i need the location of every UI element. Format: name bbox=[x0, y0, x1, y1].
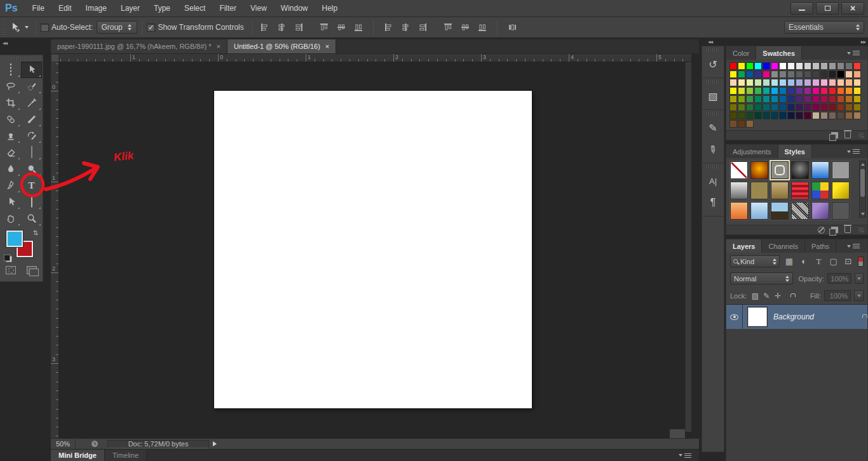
workspace-switcher[interactable]: Essentials bbox=[784, 21, 864, 34]
color-swatch[interactable] bbox=[845, 79, 853, 86]
menu-item-view[interactable]: View bbox=[243, 0, 274, 17]
color-swatch[interactable] bbox=[812, 95, 820, 103]
color-swatch[interactable] bbox=[787, 79, 795, 86]
quick-selection-tool[interactable] bbox=[21, 78, 42, 95]
color-swatch[interactable] bbox=[729, 79, 737, 86]
style-yellow-3d[interactable] bbox=[832, 182, 850, 199]
color-swatch[interactable] bbox=[771, 95, 778, 103]
color-swatch[interactable] bbox=[729, 112, 737, 119]
screen-mode-button[interactable] bbox=[27, 266, 37, 274]
color-swatch[interactable] bbox=[812, 112, 820, 119]
visibility-cell[interactable] bbox=[726, 305, 743, 329]
color-swatch[interactable] bbox=[787, 70, 795, 78]
color-swatch[interactable] bbox=[779, 104, 787, 111]
menu-item-help[interactable]: Help bbox=[315, 0, 345, 17]
color-swatch[interactable] bbox=[754, 87, 762, 95]
document-tab-1[interactable]: paper-1990111.jpg @ 16,7% (hAkeem, RGB/8… bbox=[51, 39, 227, 53]
mini-bridge-status-icon[interactable] bbox=[91, 440, 98, 448]
color-swatch[interactable] bbox=[812, 87, 820, 95]
color-swatch[interactable] bbox=[820, 95, 828, 103]
options-grip[interactable] bbox=[1, 19, 6, 36]
gradient-tool[interactable] bbox=[21, 144, 42, 161]
close-button[interactable]: × bbox=[841, 3, 864, 15]
color-swatch[interactable] bbox=[804, 104, 811, 111]
zoom-tool[interactable] bbox=[21, 210, 42, 227]
path-selection-tool[interactable] bbox=[0, 194, 21, 210]
tool-preset-dropdown-icon[interactable] bbox=[25, 26, 29, 29]
resize-grip-icon[interactable] bbox=[858, 133, 864, 138]
color-swatch[interactable] bbox=[829, 87, 836, 95]
color-swatch[interactable] bbox=[820, 87, 828, 95]
smart-object-filter-button[interactable]: ⊡ bbox=[842, 255, 855, 267]
color-swatch[interactable] bbox=[746, 95, 754, 103]
color-swatch[interactable] bbox=[853, 79, 861, 86]
color-swatch[interactable] bbox=[796, 112, 803, 119]
menu-item-file[interactable]: File bbox=[25, 0, 51, 17]
menu-item-edit[interactable]: Edit bbox=[51, 0, 79, 17]
bottom-tab-timeline[interactable]: Timeline bbox=[105, 450, 147, 461]
history-panel-button[interactable]: ↺ bbox=[702, 53, 724, 75]
collapse-left-dock-icon[interactable]: ◀◀ bbox=[3, 41, 7, 45]
color-swatch[interactable] bbox=[796, 79, 803, 86]
color-swatch[interactable] bbox=[779, 70, 787, 78]
color-swatch[interactable] bbox=[812, 62, 820, 70]
color-swatch[interactable] bbox=[738, 120, 745, 128]
layer-thumbnail[interactable] bbox=[748, 307, 767, 326]
color-swatch[interactable] bbox=[820, 104, 828, 111]
collapse-panels-icon[interactable]: ▶▶ bbox=[861, 39, 865, 44]
show-transform-checkbox[interactable]: ✓ bbox=[147, 23, 155, 32]
color-swatch[interactable] bbox=[763, 95, 770, 103]
resize-grip-icon[interactable] bbox=[858, 227, 864, 232]
color-swatch[interactable] bbox=[804, 87, 811, 95]
color-swatch[interactable] bbox=[853, 104, 861, 111]
quick-mask-button[interactable] bbox=[6, 266, 16, 274]
color-swatch[interactable] bbox=[804, 95, 811, 103]
color-swatch[interactable] bbox=[804, 62, 811, 70]
auto-select-checkbox[interactable] bbox=[41, 23, 49, 32]
color-swatch[interactable] bbox=[746, 87, 754, 95]
tab-layers[interactable]: Layers bbox=[726, 239, 762, 253]
menu-item-filter[interactable]: Filter bbox=[212, 0, 243, 17]
color-swatch[interactable] bbox=[845, 70, 853, 78]
style-landscape[interactable] bbox=[771, 202, 789, 220]
tab-adjustments[interactable]: Adjustments bbox=[726, 145, 778, 158]
color-swatch[interactable] bbox=[820, 112, 828, 119]
color-swatch[interactable] bbox=[779, 62, 787, 70]
swatches-panel-menu-icon[interactable] bbox=[847, 51, 860, 55]
color-swatch[interactable] bbox=[820, 70, 828, 78]
color-swatch[interactable] bbox=[746, 62, 754, 70]
color-swatch[interactable] bbox=[738, 62, 745, 70]
color-swatch[interactable] bbox=[829, 112, 836, 119]
color-swatch[interactable] bbox=[738, 95, 745, 103]
3d-panel-button[interactable]: ▧ bbox=[702, 85, 724, 107]
color-swatch[interactable] bbox=[754, 62, 762, 70]
fill-dropdown-icon[interactable] bbox=[854, 290, 864, 301]
color-swatch[interactable] bbox=[771, 104, 778, 111]
color-swatch[interactable] bbox=[812, 79, 820, 86]
pixel-filter-button[interactable]: ▦ bbox=[783, 255, 796, 267]
style-metal[interactable] bbox=[730, 182, 748, 199]
type-filter-button[interactable]: T bbox=[812, 255, 825, 267]
ruler-origin-corner[interactable] bbox=[51, 54, 59, 62]
bottom-tab-mini-bridge[interactable]: Mini Bridge bbox=[51, 450, 105, 461]
color-swatch[interactable] bbox=[754, 112, 762, 119]
color-swatch[interactable] bbox=[853, 87, 861, 95]
dodge-tool[interactable] bbox=[21, 161, 42, 177]
color-swatch[interactable] bbox=[804, 112, 811, 119]
color-swatch[interactable] bbox=[837, 62, 844, 70]
color-swatch[interactable] bbox=[845, 95, 853, 103]
color-swatch[interactable] bbox=[754, 70, 762, 78]
align-horizontal-centers-button[interactable] bbox=[334, 21, 348, 34]
distribute-right-edges-button[interactable] bbox=[475, 21, 489, 34]
color-swatch[interactable] bbox=[837, 70, 844, 78]
align-vertical-centers-button[interactable] bbox=[275, 21, 288, 34]
color-swatch[interactable] bbox=[820, 62, 828, 70]
color-swatch[interactable] bbox=[845, 62, 853, 70]
color-swatch[interactable] bbox=[853, 70, 861, 78]
color-swatch[interactable] bbox=[837, 104, 844, 111]
color-swatch[interactable] bbox=[845, 104, 853, 111]
color-swatch[interactable] bbox=[829, 70, 836, 78]
distribute-left-edges-button[interactable] bbox=[441, 21, 455, 34]
style-black-gloss[interactable] bbox=[791, 161, 809, 179]
vertical-scrollbar[interactable] bbox=[685, 62, 691, 432]
